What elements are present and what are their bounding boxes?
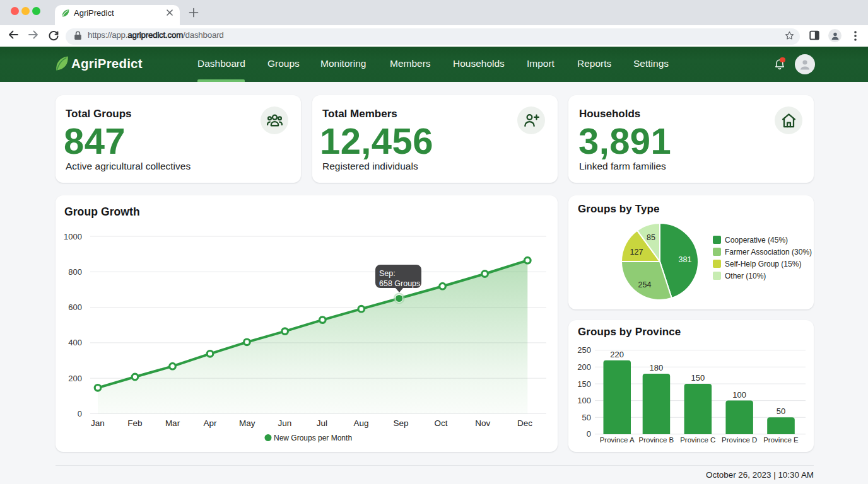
svg-text:127: 127 bbox=[630, 248, 643, 256]
svg-text:200: 200 bbox=[577, 362, 591, 372]
svg-text:50: 50 bbox=[582, 413, 591, 422]
svg-text:85: 85 bbox=[647, 233, 655, 242]
svg-text:100: 100 bbox=[577, 396, 591, 405]
svg-text:Self-Help Group (15%): Self-Help Group (15%) bbox=[725, 260, 801, 268]
svg-text:Feb: Feb bbox=[127, 418, 142, 428]
svg-text:600: 600 bbox=[68, 302, 82, 312]
svg-text:Province D: Province D bbox=[722, 436, 757, 444]
svg-text:150: 150 bbox=[577, 379, 591, 389]
svg-text:254: 254 bbox=[638, 280, 652, 289]
svg-text:381: 381 bbox=[679, 255, 692, 264]
svg-text:400: 400 bbox=[68, 338, 82, 347]
svg-text:Nov: Nov bbox=[475, 418, 490, 428]
svg-text:Province B: Province B bbox=[639, 436, 674, 444]
svg-text:150: 150 bbox=[691, 373, 705, 383]
svg-text:0: 0 bbox=[78, 409, 82, 418]
svg-text:Jun: Jun bbox=[278, 418, 292, 428]
svg-text:100: 100 bbox=[732, 390, 746, 400]
svg-text:Province E: Province E bbox=[763, 436, 799, 444]
svg-text:Province A: Province A bbox=[600, 436, 635, 444]
svg-text:Jan: Jan bbox=[91, 418, 105, 428]
svg-text:658 Groups: 658 Groups bbox=[379, 279, 420, 288]
svg-text:1000: 1000 bbox=[64, 232, 82, 241]
svg-text:Province C: Province C bbox=[680, 436, 715, 444]
svg-text:220: 220 bbox=[610, 350, 624, 359]
svg-text:New Groups per Month: New Groups per Month bbox=[274, 434, 352, 442]
svg-text:Sep:: Sep: bbox=[379, 269, 396, 278]
svg-text:Farmer Association (30%): Farmer Association (30%) bbox=[725, 248, 812, 256]
svg-text:Sep: Sep bbox=[393, 418, 408, 428]
svg-text:Jul: Jul bbox=[317, 418, 327, 428]
svg-text:0: 0 bbox=[587, 429, 591, 439]
svg-text:250: 250 bbox=[577, 345, 591, 355]
svg-text:Cooperative (45%): Cooperative (45%) bbox=[725, 236, 788, 245]
svg-text:Mar: Mar bbox=[165, 418, 180, 428]
svg-text:Aug: Aug bbox=[354, 418, 369, 428]
svg-text:May: May bbox=[239, 418, 255, 428]
svg-text:Oct: Oct bbox=[434, 418, 447, 428]
svg-text:200: 200 bbox=[68, 374, 82, 383]
svg-text:Other (10%): Other (10%) bbox=[725, 272, 766, 280]
svg-text:50: 50 bbox=[777, 406, 785, 416]
svg-text:Apr: Apr bbox=[203, 418, 217, 428]
svg-text:180: 180 bbox=[650, 363, 664, 372]
svg-text:Dec: Dec bbox=[517, 418, 532, 428]
svg-text:800: 800 bbox=[68, 267, 82, 277]
